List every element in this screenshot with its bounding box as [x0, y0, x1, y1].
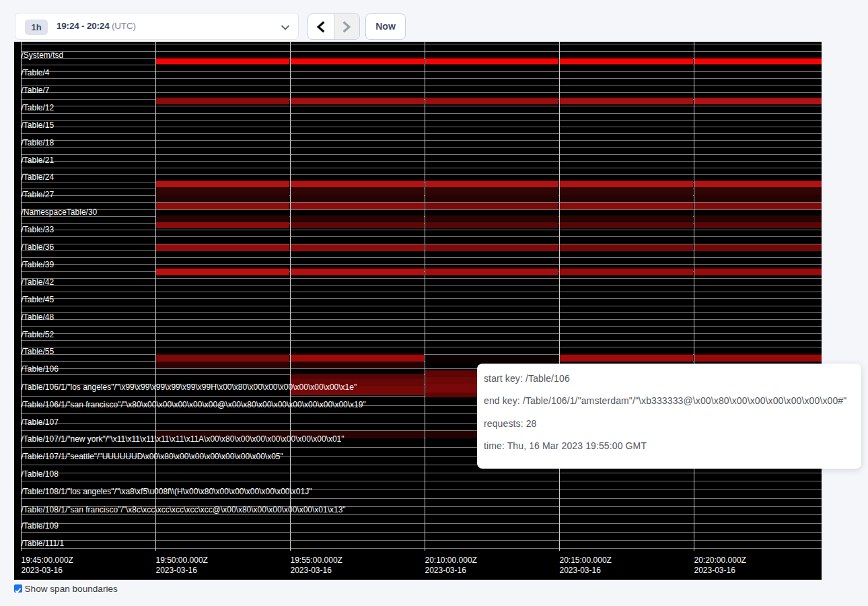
svg-text:/Table/12: /Table/12	[22, 103, 55, 112]
svg-text:2023-03-16: 2023-03-16	[694, 566, 736, 575]
svg-text:19:45:00.000Z: 19:45:00.000Z	[22, 556, 73, 565]
svg-text:/Table/107: /Table/107	[22, 417, 59, 427]
svg-text:/Table/52: /Table/52	[22, 330, 55, 339]
svg-text:19:55:00.000Z: 19:55:00.000Z	[291, 556, 342, 565]
svg-text:/Table/18: /Table/18	[22, 138, 55, 147]
svg-text:/Table/42: /Table/42	[22, 277, 55, 287]
svg-text:/Table/108: /Table/108	[22, 469, 59, 479]
svg-text:/Table/4: /Table/4	[22, 68, 50, 77]
svg-text:/Table/45: /Table/45	[22, 295, 55, 304]
svg-text:20:15:00.000Z: 20:15:00.000Z	[560, 556, 612, 565]
svg-text:2023-03-16: 2023-03-16	[291, 566, 332, 575]
svg-text:20:20:00.000Z: 20:20:00.000Z	[694, 556, 746, 565]
svg-text:2023-03-16: 2023-03-16	[156, 566, 198, 575]
svg-text:2023-03-16: 2023-03-16	[560, 566, 602, 575]
svg-text:/Table/106/1/"los angeles"/"\x: /Table/106/1/"los angeles"/"\x99\x99\x99…	[22, 382, 357, 392]
svg-text:/Table/39: /Table/39	[22, 260, 55, 269]
svg-text:/Table/7: /Table/7	[22, 86, 50, 95]
svg-text:/Table/15: /Table/15	[22, 121, 55, 130]
svg-text:2023-03-16: 2023-03-16	[22, 566, 63, 575]
svg-text:19:50:00.000Z: 19:50:00.000Z	[156, 556, 208, 565]
svg-text:/System/tsd: /System/tsd	[22, 50, 64, 60]
svg-text:/Table/36: /Table/36	[22, 242, 55, 252]
svg-text:/Table/27: /Table/27	[22, 190, 55, 199]
svg-text:/Table/48: /Table/48	[22, 312, 55, 322]
svg-text:/Table/109: /Table/109	[22, 521, 59, 531]
svg-text:/Table/111/1: /Table/111/1	[22, 539, 65, 548]
svg-text:/Table/108/1/"san francisco"/": /Table/108/1/"san francisco"/"\x8c\xcc\x…	[22, 505, 346, 514]
svg-text:/Table/33: /Table/33	[22, 225, 55, 234]
svg-text:/Table/21: /Table/21	[22, 156, 55, 165]
svg-text:/Table/24: /Table/24	[22, 172, 55, 182]
svg-text:/Table/106/1/"san francisco"/": /Table/106/1/"san francisco"/"\x80\x00\x…	[22, 400, 366, 409]
svg-text:/Table/108/1/"los angeles"/"\x: /Table/108/1/"los angeles"/"\xa8\xf5\u00…	[22, 487, 312, 496]
svg-text:20:10:00.000Z: 20:10:00.000Z	[425, 556, 477, 565]
svg-text:/Table/55: /Table/55	[22, 347, 55, 356]
svg-text:2023-03-16: 2023-03-16	[425, 566, 467, 575]
svg-text:/Table/107/1/"seattle"/"UUUUUU: /Table/107/1/"seattle"/"UUUUUUD\x00\x80\…	[22, 452, 283, 461]
svg-text:/Table/106: /Table/106	[22, 364, 59, 374]
svg-text:/Table/107/1/"new york"/"\x11\: /Table/107/1/"new york"/"\x11\x11\x11\x1…	[22, 434, 345, 444]
svg-text:/NamespaceTable/30: /NamespaceTable/30	[22, 207, 98, 217]
